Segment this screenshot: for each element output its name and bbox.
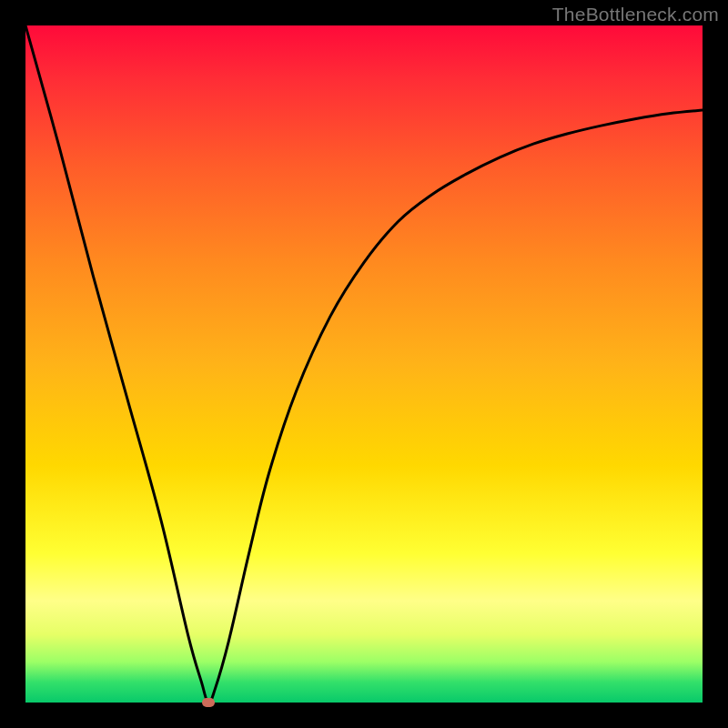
plot-area	[25, 25, 703, 703]
minimum-marker	[202, 698, 215, 707]
curve-svg	[25, 25, 703, 703]
chart-frame: TheBottleneck.com	[0, 0, 728, 728]
watermark-text: TheBottleneck.com	[552, 4, 719, 25]
bottleneck-curve-path	[25, 25, 703, 703]
